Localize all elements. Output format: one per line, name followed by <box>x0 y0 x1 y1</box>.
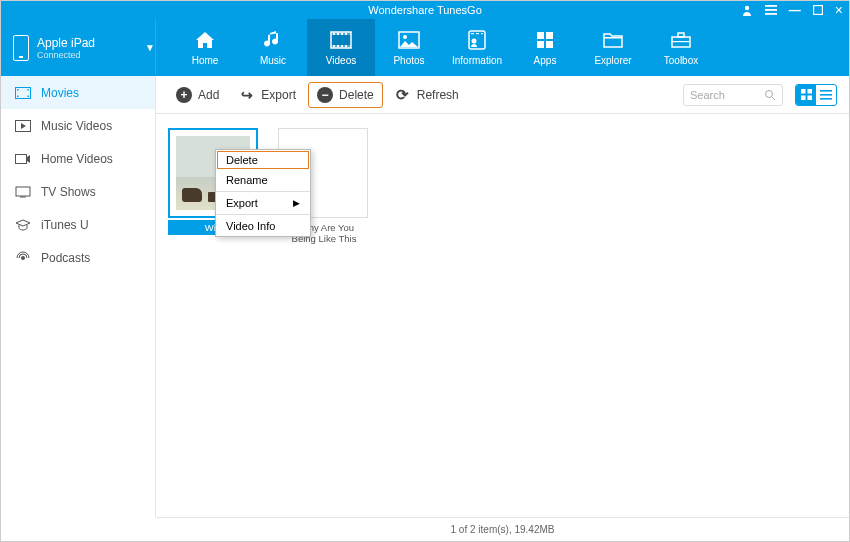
delete-label: Delete <box>339 88 374 102</box>
sidebar-item-tv-shows[interactable]: TV Shows <box>1 175 155 208</box>
cm-rename-label: Rename <box>226 174 268 186</box>
svg-rect-46 <box>807 96 812 101</box>
cm-delete[interactable]: Delete <box>216 150 310 170</box>
svg-rect-25 <box>537 41 544 48</box>
podcasts-icon <box>15 252 31 264</box>
cm-delete-label: Delete <box>226 154 258 166</box>
svg-point-40 <box>21 256 25 260</box>
svg-rect-23 <box>537 32 544 39</box>
svg-rect-11 <box>345 33 347 35</box>
sidebar-podcasts-label: Podcasts <box>41 251 90 265</box>
device-status: Connected <box>37 50 137 60</box>
list-view-button[interactable] <box>816 85 836 105</box>
home-icon <box>194 29 216 51</box>
chevron-down-icon: ▼ <box>145 42 155 53</box>
cm-export[interactable]: Export▶ <box>216 193 310 213</box>
music-icon <box>263 29 283 51</box>
nav-music[interactable]: Music <box>239 19 307 76</box>
titlebar: Wondershare TunesGo — × <box>1 1 849 19</box>
svg-rect-1 <box>765 5 777 7</box>
toolbar: + Add ↪ Export − Delete ⟳ Refresh Search <box>156 76 849 114</box>
svg-rect-27 <box>604 37 622 39</box>
status-text: 1 of 2 item(s), 19.42MB <box>451 524 555 535</box>
nav-home[interactable]: Home <box>171 19 239 76</box>
svg-rect-10 <box>341 33 343 35</box>
export-label: Export <box>261 88 296 102</box>
nav-information-label: Information <box>452 55 502 66</box>
grid-view-button[interactable] <box>796 85 816 105</box>
device-name: Apple iPad <box>37 36 137 50</box>
nav-toolbox-label: Toolbox <box>664 55 698 66</box>
view-switch <box>795 84 837 106</box>
refresh-button[interactable]: ⟳ Refresh <box>387 83 467 107</box>
close-icon[interactable]: × <box>835 2 843 18</box>
nav-videos[interactable]: Videos <box>307 19 375 76</box>
photos-icon <box>398 29 420 51</box>
cm-video-info[interactable]: Video Info <box>216 216 310 236</box>
sidebar-item-itunes-u[interactable]: iTunes U <box>1 208 155 241</box>
svg-point-17 <box>403 35 407 39</box>
device-icon <box>13 35 29 61</box>
device-info: Apple iPad Connected <box>37 36 137 60</box>
sidebar-item-podcasts[interactable]: Podcasts <box>1 241 155 274</box>
svg-rect-8 <box>333 33 335 35</box>
sidebar-item-movies[interactable]: Movies <box>1 76 155 109</box>
menu-icon[interactable] <box>765 5 777 15</box>
svg-rect-15 <box>345 45 347 47</box>
svg-rect-19 <box>471 33 474 34</box>
svg-rect-2 <box>765 9 777 11</box>
nav-toolbox[interactable]: Toolbox <box>647 19 715 76</box>
cm-video-info-label: Video Info <box>226 220 275 232</box>
delete-button[interactable]: − Delete <box>308 82 383 108</box>
nav-explorer[interactable]: Explorer <box>579 19 647 76</box>
sidebar: Movies Music Videos Home Videos TV Shows… <box>1 76 156 517</box>
search-input[interactable]: Search <box>683 84 783 106</box>
svg-rect-21 <box>481 33 483 34</box>
svg-rect-9 <box>337 33 339 35</box>
cm-rename[interactable]: Rename <box>216 170 310 190</box>
svg-point-0 <box>745 6 749 10</box>
sidebar-item-music-videos[interactable]: Music Videos <box>1 109 155 142</box>
refresh-label: Refresh <box>417 88 459 102</box>
svg-rect-34 <box>28 89 30 91</box>
svg-point-22 <box>472 39 477 44</box>
nav-information[interactable]: Information <box>443 19 511 76</box>
main: + Add ↪ Export − Delete ⟳ Refresh Search <box>156 76 849 517</box>
sidebar-item-home-videos[interactable]: Home Videos <box>1 142 155 175</box>
svg-rect-37 <box>16 154 27 163</box>
restore-icon[interactable] <box>813 5 823 15</box>
nav-photos-label: Photos <box>393 55 424 66</box>
svg-rect-32 <box>17 89 19 91</box>
minimize-icon[interactable]: — <box>789 3 801 17</box>
nav-home-label: Home <box>192 55 219 66</box>
svg-rect-44 <box>807 89 812 94</box>
svg-rect-4 <box>813 6 822 15</box>
nav-apps[interactable]: Apps <box>511 19 579 76</box>
nav-explorer-label: Explorer <box>594 55 631 66</box>
home-videos-icon <box>15 153 31 165</box>
svg-rect-49 <box>820 98 832 100</box>
svg-rect-13 <box>337 45 339 47</box>
svg-rect-45 <box>801 96 806 101</box>
nav-music-label: Music <box>260 55 286 66</box>
nav-videos-label: Videos <box>326 55 356 66</box>
movies-icon <box>15 87 31 99</box>
svg-rect-20 <box>476 33 479 34</box>
sidebar-movies-label: Movies <box>41 86 79 100</box>
nav-photos[interactable]: Photos <box>375 19 443 76</box>
svg-rect-39 <box>20 196 26 197</box>
music-videos-icon <box>15 120 31 132</box>
plus-icon: + <box>176 87 192 103</box>
sidebar-itunes-u-label: iTunes U <box>41 218 89 232</box>
svg-rect-3 <box>765 13 777 15</box>
statusbar: 1 of 2 item(s), 19.42MB <box>156 517 849 541</box>
add-button[interactable]: + Add <box>168 83 227 107</box>
svg-line-42 <box>772 97 775 100</box>
search-icon <box>764 89 776 101</box>
svg-rect-38 <box>16 187 30 196</box>
sidebar-tv-shows-label: TV Shows <box>41 185 96 199</box>
user-icon[interactable] <box>741 4 753 16</box>
window-controls: — × <box>741 1 843 19</box>
device-selector[interactable]: Apple iPad Connected ▼ <box>1 19 156 76</box>
export-button[interactable]: ↪ Export <box>231 83 304 107</box>
